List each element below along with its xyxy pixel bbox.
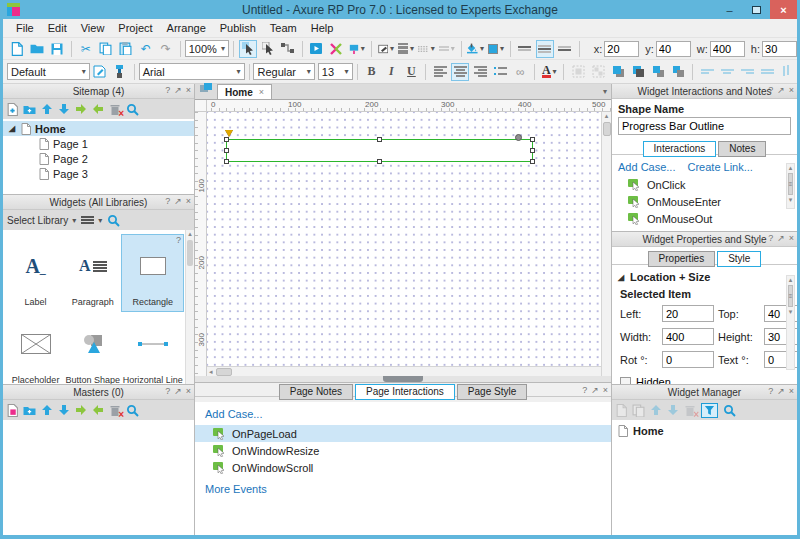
italic-button[interactable]: I bbox=[382, 63, 400, 81]
menu-view[interactable]: View bbox=[74, 20, 112, 36]
widget-help-icon[interactable]: ? bbox=[176, 235, 181, 245]
design-canvas[interactable]: ◂ bbox=[207, 112, 601, 376]
add-folder-icon[interactable] bbox=[23, 104, 36, 115]
sitemap-item-page3[interactable]: Page 3 bbox=[3, 166, 194, 181]
distribute-icon[interactable] bbox=[778, 63, 796, 81]
close-panel-icon[interactable]: × bbox=[186, 85, 191, 95]
w-input[interactable] bbox=[710, 41, 745, 57]
add-folder-icon[interactable] bbox=[23, 405, 36, 416]
progress-bar-outline-widget[interactable] bbox=[226, 139, 533, 162]
menu-team[interactable]: Team bbox=[263, 20, 304, 36]
add-master-icon[interactable] bbox=[7, 404, 18, 417]
vertical-scrollbar[interactable]: ▴ bbox=[601, 112, 611, 376]
resize-handle[interactable] bbox=[224, 159, 229, 164]
event-onwindowresize[interactable]: OnWindowResize bbox=[195, 442, 611, 459]
align-right-icon[interactable] bbox=[471, 63, 489, 81]
help-icon[interactable]: ? bbox=[768, 85, 773, 95]
arrow-style-icon[interactable]: ▾ bbox=[438, 40, 456, 58]
menu-edit[interactable]: Edit bbox=[41, 20, 74, 36]
scrollbar-thumb[interactable] bbox=[603, 122, 611, 136]
widgets-scrollbar[interactable]: ▴ bbox=[185, 230, 194, 384]
resize-handle[interactable] bbox=[224, 148, 229, 153]
scrollbar-thumb[interactable] bbox=[187, 240, 193, 266]
align-left-icon[interactable] bbox=[431, 63, 449, 81]
cut-icon[interactable]: ✂ bbox=[77, 40, 95, 58]
copy-widget-icon[interactable] bbox=[632, 404, 645, 417]
tab-notes[interactable]: Notes bbox=[718, 141, 766, 157]
scrollbar-thumb[interactable] bbox=[216, 368, 232, 376]
close-panel-icon[interactable]: × bbox=[603, 385, 608, 395]
style-scrollbar[interactable]: ▴≡▾ bbox=[786, 275, 795, 370]
send-backward-icon[interactable] bbox=[669, 63, 687, 81]
tab-home[interactable]: Home× bbox=[217, 84, 272, 99]
widget-horizontal-line[interactable]: Horizontal Line bbox=[121, 312, 184, 384]
preview-icon[interactable] bbox=[308, 40, 326, 58]
widget-placeholder[interactable]: Placeholder bbox=[7, 312, 64, 384]
line-weight-icon[interactable]: ▾ bbox=[397, 40, 415, 58]
help-icon[interactable]: ? bbox=[768, 386, 773, 396]
event-onclick[interactable]: OnClick bbox=[618, 176, 791, 193]
pages-stack-icon[interactable] bbox=[200, 79, 213, 97]
font-family-select[interactable]: Arial▾ bbox=[139, 63, 245, 80]
tab-page-interactions[interactable]: Page Interactions bbox=[355, 384, 455, 400]
tab-interactions[interactable]: Interactions bbox=[643, 141, 717, 157]
width-input[interactable] bbox=[662, 328, 714, 345]
resize-handle[interactable] bbox=[530, 137, 535, 142]
help-icon[interactable]: ? bbox=[582, 385, 587, 395]
add-case-link[interactable]: Add Case... bbox=[618, 161, 675, 173]
event-onpageload[interactable]: OnPageLoad bbox=[195, 425, 611, 442]
canvas-splitter[interactable] bbox=[195, 376, 611, 383]
popout-icon[interactable]: ↗ bbox=[174, 386, 182, 396]
resize-handle[interactable] bbox=[224, 137, 229, 142]
search-icon[interactable] bbox=[107, 214, 120, 227]
bold-button[interactable]: B bbox=[362, 63, 380, 81]
menu-publish[interactable]: Publish bbox=[213, 20, 263, 36]
menu-file[interactable]: File bbox=[9, 20, 41, 36]
help-icon[interactable]: ? bbox=[165, 196, 170, 206]
manager-item-home[interactable]: Home bbox=[616, 423, 793, 439]
help-icon[interactable]: ? bbox=[768, 233, 773, 243]
align-objects-top-icon[interactable] bbox=[758, 63, 776, 81]
search-icon[interactable] bbox=[126, 404, 139, 417]
close-panel-icon[interactable]: × bbox=[789, 85, 794, 95]
widget-rectangle[interactable]: ? Rectangle bbox=[121, 234, 184, 312]
select-intersect-tool[interactable] bbox=[239, 40, 257, 58]
shape-name-input[interactable] bbox=[618, 117, 791, 135]
resize-handle[interactable] bbox=[530, 159, 535, 164]
format-painter-icon[interactable] bbox=[111, 63, 129, 81]
indent-icon[interactable] bbox=[75, 103, 87, 115]
popout-icon[interactable]: ↗ bbox=[777, 233, 785, 243]
event-onmouseout[interactable]: OnMouseOut bbox=[618, 210, 791, 227]
menu-help[interactable]: Help bbox=[304, 20, 341, 36]
event-onwindowscroll[interactable]: OnWindowScroll bbox=[195, 459, 611, 476]
fill-color-icon[interactable]: ▾ bbox=[487, 40, 505, 58]
resize-handle[interactable] bbox=[530, 148, 535, 153]
horizontal-scrollbar[interactable]: ◂ bbox=[207, 366, 601, 376]
align-objects-right-icon[interactable] bbox=[738, 63, 756, 81]
popout-icon[interactable]: ↗ bbox=[174, 85, 182, 95]
move-up-icon[interactable] bbox=[650, 404, 662, 416]
scrollbar-thumb[interactable]: ≡ bbox=[788, 285, 793, 307]
more-events-link[interactable]: More Events bbox=[205, 483, 267, 495]
edit-style-icon[interactable] bbox=[91, 63, 109, 81]
menu-project[interactable]: Project bbox=[111, 20, 159, 36]
close-panel-icon[interactable]: × bbox=[789, 386, 794, 396]
hidden-checkbox[interactable] bbox=[620, 377, 631, 385]
widget-paragraph[interactable]: A Paragraph bbox=[64, 234, 121, 312]
rotation-input[interactable] bbox=[662, 351, 714, 368]
paint-bucket-icon[interactable]: ▾ bbox=[466, 40, 485, 58]
popout-icon[interactable]: ↗ bbox=[777, 386, 785, 396]
dash-style-icon[interactable]: ▾ bbox=[417, 40, 436, 58]
popout-icon[interactable]: ↗ bbox=[591, 385, 599, 395]
sitemap-item-home[interactable]: ◢ Home bbox=[3, 121, 194, 136]
tab-page-notes[interactable]: Page Notes bbox=[279, 384, 353, 400]
align-text-top-icon[interactable] bbox=[516, 40, 534, 58]
group-icon[interactable] bbox=[569, 63, 587, 81]
move-up-icon[interactable] bbox=[41, 404, 53, 416]
widget-style-select[interactable]: Default▾ bbox=[7, 63, 90, 80]
delete-widget-icon[interactable]: × bbox=[684, 404, 696, 417]
select-contained-tool[interactable] bbox=[259, 40, 277, 58]
font-size-select[interactable]: 13▾ bbox=[318, 63, 353, 80]
align-center-icon[interactable] bbox=[451, 63, 469, 81]
connector-tool[interactable] bbox=[279, 40, 297, 58]
